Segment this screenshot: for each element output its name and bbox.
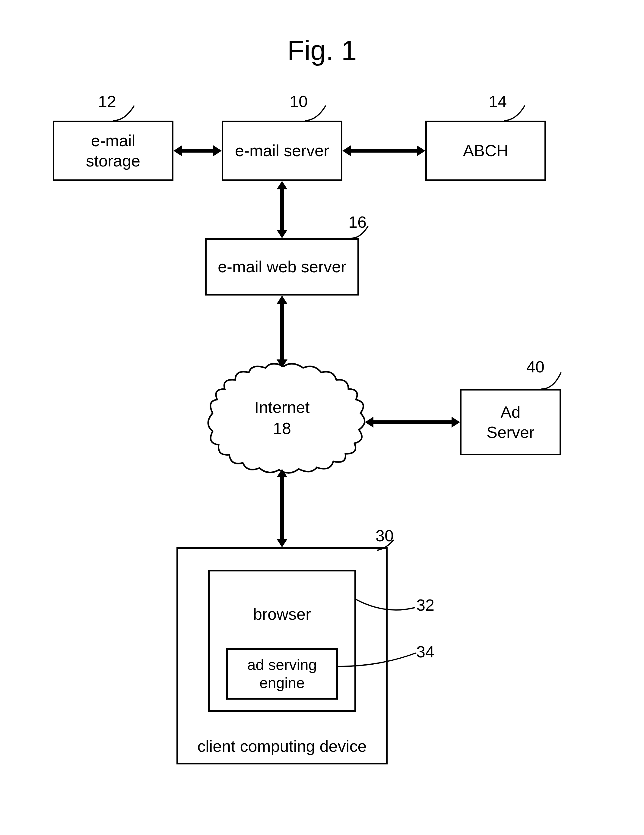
- email-storage-callout: [113, 106, 143, 122]
- email-web-server-box: e-mail web server: [205, 238, 359, 296]
- email-server-callout: [305, 106, 335, 122]
- ad-server-box: Ad Server: [460, 389, 561, 455]
- ad-engine-box: ad serving engine: [226, 648, 338, 700]
- arrow-internet-client: [276, 469, 288, 547]
- abch-box: ABCH: [425, 120, 546, 181]
- arrow-internet-adserver: [365, 417, 460, 427]
- client-device-label: client computing device: [197, 737, 366, 755]
- client-device-callout: [377, 540, 401, 552]
- arrow-storage-server: [174, 145, 222, 156]
- browser-callout: [355, 599, 421, 617]
- abch-callout: [504, 106, 534, 122]
- email-web-server-callout: [351, 226, 376, 240]
- email-server-box: e-mail server: [222, 120, 342, 181]
- figure-title: Fig. 1: [0, 35, 644, 67]
- arrow-server-abch: [342, 145, 425, 156]
- browser-box: browser ad serving engine: [208, 570, 356, 712]
- browser-label: browser: [253, 604, 311, 623]
- internet-cloud: Internet 18: [189, 359, 376, 476]
- arrow-webserver-internet: [276, 296, 288, 368]
- ad-server-callout: [542, 372, 569, 390]
- internet-label: Internet 18: [254, 396, 309, 439]
- email-storage-box: e-mail storage: [53, 120, 174, 181]
- ad-engine-callout: [338, 650, 422, 668]
- arrow-server-webserver: [276, 181, 288, 238]
